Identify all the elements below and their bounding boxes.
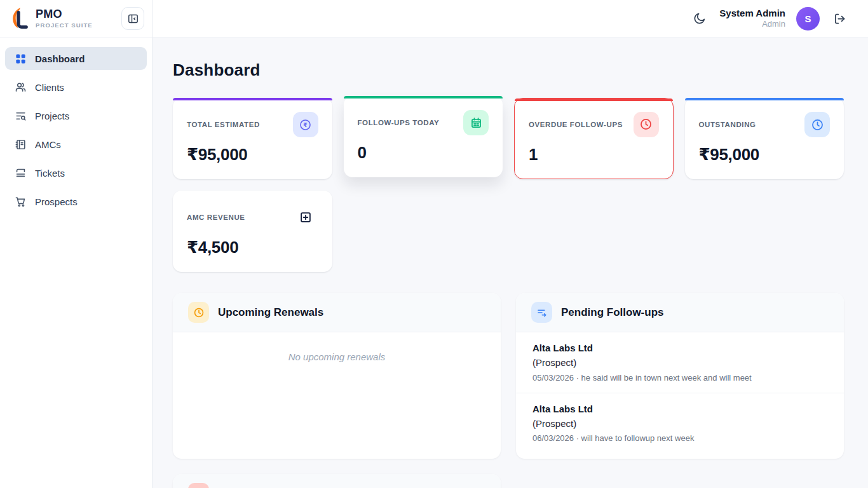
stat-cards: TOTAL ESTIMATED ₹ ₹95,000 FOLLOW-UPS TOD… [173, 98, 844, 272]
sidebar-item-label: Prospects [35, 196, 78, 207]
user-role: Admin [719, 19, 785, 29]
card-accent-bar [173, 98, 332, 100]
notebook-icon [15, 139, 27, 151]
sidebar-item-label: Tickets [35, 168, 65, 179]
sidebar-item-label: Clients [35, 82, 64, 93]
brand-text: PMO PROJECT SUITE [36, 8, 93, 29]
sidebar-item-tickets[interactable]: Tickets [5, 161, 147, 184]
sidebar-item-amcs[interactable]: AMCs [5, 133, 147, 156]
followup-client-name: Alta Labs Ltd [532, 341, 827, 355]
sidebar-item-label: AMCs [35, 139, 61, 150]
sidebar-item-prospects[interactable]: Prospects [5, 190, 147, 213]
pending-followups-panel: Pending Follow-ups Alta Labs Ltd (Prospe… [516, 293, 844, 459]
panel-title: Pending Follow-ups [561, 306, 663, 319]
followup-client-name: Alta Labs Ltd [532, 402, 827, 416]
logout-icon [833, 12, 846, 25]
app: PMO PROJECT SUITE Dashboard Clients [0, 0, 868, 488]
followup-note: 06/03/2026 · will have to followup next … [532, 433, 827, 443]
page-title: Dashboard [173, 60, 844, 80]
empty-state-text: No upcoming renewals [173, 332, 501, 362]
stat-card-value: ₹95,000 [699, 145, 831, 165]
avatar[interactable]: S [796, 7, 820, 30]
sidebar-item-dashboard[interactable]: Dashboard [5, 47, 147, 70]
stat-card-label: FOLLOW-UPS TODAY [358, 119, 440, 126]
sidebar-item-label: Projects [35, 111, 69, 121]
panel-collapse-icon [127, 13, 139, 25]
user-name: System Admin [719, 8, 785, 20]
pages-icon [15, 167, 27, 179]
list-search-icon [15, 110, 27, 122]
sidebar-collapse-button[interactable] [121, 7, 144, 30]
brand-name: PMO [36, 8, 93, 21]
followup-list-item[interactable]: Alta Labs Ltd (Prospect) 05/03/2026 · he… [516, 332, 844, 393]
panel-header [173, 474, 501, 488]
panel-title: Upcoming Renewals [218, 306, 323, 319]
user-block: System Admin Admin [719, 8, 785, 30]
sidebar-item-label: Dashboard [35, 53, 85, 64]
stat-card-value: 1 [529, 145, 659, 165]
stat-card-value: ₹95,000 [187, 145, 318, 165]
moon-icon [693, 12, 706, 25]
brand-tagline: PROJECT SUITE [36, 22, 93, 29]
panel-header: Pending Follow-ups [516, 293, 844, 332]
stat-card-amc-revenue: AMC REVENUE ₹4,500 [173, 191, 332, 272]
list-arrow-icon [531, 302, 552, 323]
brand: PMO PROJECT SUITE [0, 0, 152, 37]
rupee-circle-icon: ₹ [293, 112, 318, 137]
alert-icon [188, 483, 209, 488]
followup-client-type: (Prospect) [532, 355, 827, 370]
stat-card-overdue-followups: OVERDUE FOLLOW-UPS 1 [514, 98, 674, 179]
topbar: System Admin Admin S [153, 0, 868, 37]
stat-card-label: OVERDUE FOLLOW-UPS [529, 121, 623, 128]
brand-logo-icon [10, 7, 29, 30]
upcoming-renewals-panel: Upcoming Renewals No upcoming renewals [173, 293, 501, 459]
sidebar: PMO PROJECT SUITE Dashboard Clients [0, 0, 153, 488]
panel-header: Upcoming Renewals [173, 293, 501, 332]
followup-list-item[interactable]: Alta Labs Ltd (Prospect) 06/03/2026 · wi… [516, 393, 844, 454]
stat-card-label: TOTAL ESTIMATED [187, 121, 260, 128]
plus-square-icon [293, 205, 318, 230]
stat-card-label: OUTSTANDING [699, 121, 756, 128]
clock-icon [188, 302, 209, 323]
stat-card-value: 0 [358, 143, 489, 163]
clock-icon [634, 112, 659, 137]
stat-card-value: ₹4,500 [187, 238, 318, 257]
panels: Upcoming Renewals No upcoming renewals P… [173, 293, 844, 488]
users-icon [15, 81, 27, 93]
followup-note: 05/03/2026 · he said will be in town nex… [532, 373, 827, 383]
sidebar-item-projects[interactable]: Projects [5, 104, 147, 127]
svg-text:₹: ₹ [303, 121, 307, 128]
followup-list: Alta Labs Ltd (Prospect) 05/03/2026 · he… [516, 332, 844, 453]
card-accent-bar [515, 98, 673, 101]
card-accent-bar [685, 98, 844, 100]
cart-icon [15, 196, 27, 208]
sidebar-item-clients[interactable]: Clients [5, 76, 147, 98]
clock-icon [804, 112, 830, 137]
theme-toggle-button[interactable] [690, 10, 709, 28]
stat-card-total-estimated: TOTAL ESTIMATED ₹ ₹95,000 [173, 98, 332, 179]
stat-card-followups-today: FOLLOW-UPS TODAY 0 [344, 96, 503, 177]
content: Dashboard TOTAL ESTIMATED ₹ ₹95,000 [153, 37, 868, 488]
grid-icon [15, 53, 27, 65]
calendar-icon [463, 110, 489, 135]
logout-button[interactable] [831, 10, 849, 28]
partial-bottom-panel [173, 474, 501, 488]
followup-client-type: (Prospect) [532, 416, 827, 431]
stat-card-outstanding: OUTSTANDING ₹95,000 [685, 98, 844, 179]
stat-card-label: AMC REVENUE [187, 214, 245, 221]
card-accent-bar [344, 96, 503, 98]
sidebar-nav: Dashboard Clients Projects AMCs [0, 37, 152, 222]
main-area: System Admin Admin S Dashboard TOTAL EST… [153, 0, 868, 488]
